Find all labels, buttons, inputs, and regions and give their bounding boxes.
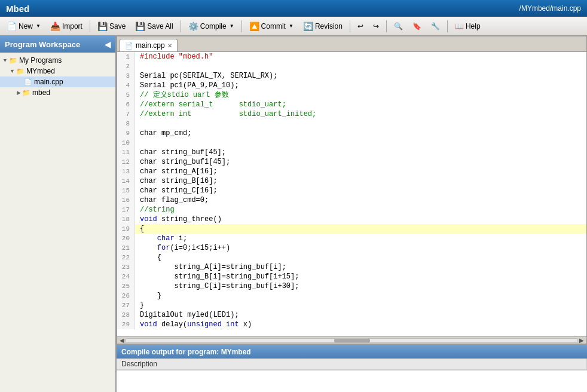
line-num-15: 15 xyxy=(117,186,135,195)
redo-button[interactable]: ↪ xyxy=(369,20,383,33)
app-title: Mbed xyxy=(6,4,29,14)
line-num-20: 20 xyxy=(117,234,135,243)
compile-button[interactable]: ⚙️ Compile ▼ xyxy=(184,19,239,33)
line-num-4: 4 xyxy=(117,81,135,90)
line-content-4: Serial pc1(PA_9,PA_10); xyxy=(135,81,239,90)
code-editor[interactable]: 1 #include "mbed.h" 2 3 Serial pc(SERIAL… xyxy=(117,52,586,336)
tree-item-mbed-folder[interactable]: ▶ 📁 mbed xyxy=(0,87,115,98)
tab-close-button[interactable]: ✕ xyxy=(167,42,172,49)
compile-output-panel: Compile output for program: MYmbed Descr… xyxy=(117,344,587,392)
line-num-29: 29 xyxy=(117,320,135,329)
line-num-25: 25 xyxy=(117,281,135,291)
folder-icon: 📁 xyxy=(9,57,17,65)
scroll-right-button[interactable]: ▶ xyxy=(579,337,584,344)
tab-main-cpp[interactable]: 📄 main.cpp ✕ xyxy=(120,39,178,51)
compile-output-table: Description xyxy=(117,359,587,392)
code-line-8: 8 xyxy=(117,119,586,128)
commit-button[interactable]: 🔼 Commit ▼ xyxy=(245,19,298,33)
code-line-3: 3 Serial pc(SERIAL_TX, SERIAL_RX); xyxy=(117,71,586,81)
undo-button[interactable]: ↩ xyxy=(353,20,368,33)
help-button[interactable]: 📖 Help xyxy=(451,20,485,33)
tree-label-mymbed: MYmbed xyxy=(26,67,55,75)
mbed-folder-icon: 📁 xyxy=(22,89,30,97)
sidebar-collapse-button[interactable]: ◀ xyxy=(105,40,111,49)
tab-file-icon: 📄 xyxy=(125,42,133,50)
save-all-button[interactable]: 💾 Save All xyxy=(131,19,177,33)
code-line-6: 6 //extern serial_t stdio_uart; xyxy=(117,100,586,109)
toolbar: 📄 New ▼ 📥 Import 💾 Save 💾 Save All ⚙️ Co… xyxy=(0,17,587,36)
line-content-24: string_B[i]=string_buf[i+15]; xyxy=(135,272,299,281)
save-icon: 💾 xyxy=(97,22,108,31)
line-num-14: 14 xyxy=(117,176,135,186)
toolbar-sep-5 xyxy=(386,20,387,32)
scroll-thumb[interactable] xyxy=(334,339,370,342)
line-content-27: } xyxy=(135,301,144,310)
title-bar: Mbed /MYmbed/main.cpp xyxy=(0,0,587,17)
line-num-18: 18 xyxy=(117,215,135,224)
line-num-16: 16 xyxy=(117,195,135,205)
code-line-5: 5 // 定义stdio uart 参数 xyxy=(117,90,586,100)
code-line-4: 4 Serial pc1(PA_9,PA_10); xyxy=(117,81,586,90)
expand-my-programs-icon: ▼ xyxy=(2,57,8,63)
line-content-2 xyxy=(135,62,140,71)
code-line-19: 19 { xyxy=(117,224,586,234)
save-button[interactable]: 💾 Save xyxy=(93,19,130,33)
code-line-25: 25 string_C[i]=string_buf[i+30]; xyxy=(117,281,586,291)
cpp-file-icon: 📄 xyxy=(24,78,32,86)
line-content-1: #include "mbed.h" xyxy=(135,52,213,62)
line-num-6: 6 xyxy=(117,100,135,109)
tree-label-mbed: mbed xyxy=(32,88,50,97)
line-num-22: 22 xyxy=(117,253,135,262)
line-num-8: 8 xyxy=(117,119,135,128)
compile-output-header: Compile output for program: MYmbed xyxy=(117,345,587,359)
line-content-15: char string_C[16]; xyxy=(135,186,218,195)
toolbar-sep-1 xyxy=(90,20,90,32)
line-content-5: // 定义stdio uart 参数 xyxy=(135,90,229,100)
toolbar-sep-2 xyxy=(181,20,181,32)
editor-panel: 📄 main.cpp ✕ 1 #include "mbed.h" 2 3 Ser… xyxy=(117,36,587,344)
line-content-17: //string xyxy=(135,205,175,215)
redo-icon: ↪ xyxy=(373,22,379,30)
line-content-13: char string_A[16]; xyxy=(135,167,218,176)
tree-label-main-cpp: main.cpp xyxy=(34,78,63,86)
editor-scrollbar[interactable]: ◀ ▶ xyxy=(117,336,586,344)
code-line-7: 7 //extern int stdio_uart_inited; xyxy=(117,109,586,119)
line-content-16: char flag_cmd=0; xyxy=(135,195,209,205)
line-content-21: for(i=0;i<15;i++) xyxy=(135,243,230,253)
line-num-26: 26 xyxy=(117,291,135,301)
scroll-left-button[interactable]: ◀ xyxy=(120,337,124,344)
line-num-3: 3 xyxy=(117,71,135,81)
compile-dropdown-arrow[interactable]: ▼ xyxy=(230,23,234,29)
line-num-5: 5 xyxy=(117,90,135,100)
settings-button[interactable]: 🔧 xyxy=(427,20,444,33)
line-num-19: 19 xyxy=(117,224,135,234)
line-num-24: 24 xyxy=(117,272,135,281)
search-button[interactable]: 🔍 xyxy=(390,20,407,33)
toolbar-sep-6 xyxy=(447,20,448,32)
line-content-11: char string_buf[45]; xyxy=(135,148,226,157)
revision-button[interactable]: 🔄 Revision xyxy=(299,19,347,33)
bookmarks-button[interactable]: 🔖 xyxy=(408,20,426,33)
tree-item-my-programs[interactable]: ▼ 📁 My Programs xyxy=(0,55,115,66)
sidebar-header: Program Workspace ◀ xyxy=(0,36,115,53)
scroll-track[interactable] xyxy=(126,338,578,343)
tree-item-main-cpp[interactable]: 📄 main.cpp xyxy=(0,76,115,87)
compile-output-content xyxy=(117,370,587,375)
new-button[interactable]: 📄 New ▼ xyxy=(2,19,45,33)
line-num-17: 17 xyxy=(117,205,135,215)
line-num-21: 21 xyxy=(117,243,135,253)
commit-dropdown-arrow[interactable]: ▼ xyxy=(289,23,294,29)
import-button[interactable]: 📥 Import xyxy=(46,19,87,33)
tab-filename: main.cpp xyxy=(136,41,165,50)
new-dropdown-arrow[interactable]: ▼ xyxy=(36,23,41,29)
content-area: 📄 main.cpp ✕ 1 #include "mbed.h" 2 3 Ser… xyxy=(117,36,587,392)
tree-item-mymbed[interactable]: ▼ 📁 MYmbed xyxy=(0,66,115,76)
line-content-29: void delay(unsigned int x) xyxy=(135,320,252,329)
main-layout: Program Workspace ◀ ▼ 📁 My Programs ▼ 📁 … xyxy=(0,36,587,392)
save-all-icon: 💾 xyxy=(135,22,145,31)
line-content-18: void string_three() xyxy=(135,215,222,224)
compile-col-description: Description xyxy=(117,359,587,370)
line-num-9: 9 xyxy=(117,128,135,138)
code-line-11: 11 char string_buf[45]; xyxy=(117,148,586,157)
code-line-28: 28 DigitalOut myled(LED1); xyxy=(117,310,586,320)
